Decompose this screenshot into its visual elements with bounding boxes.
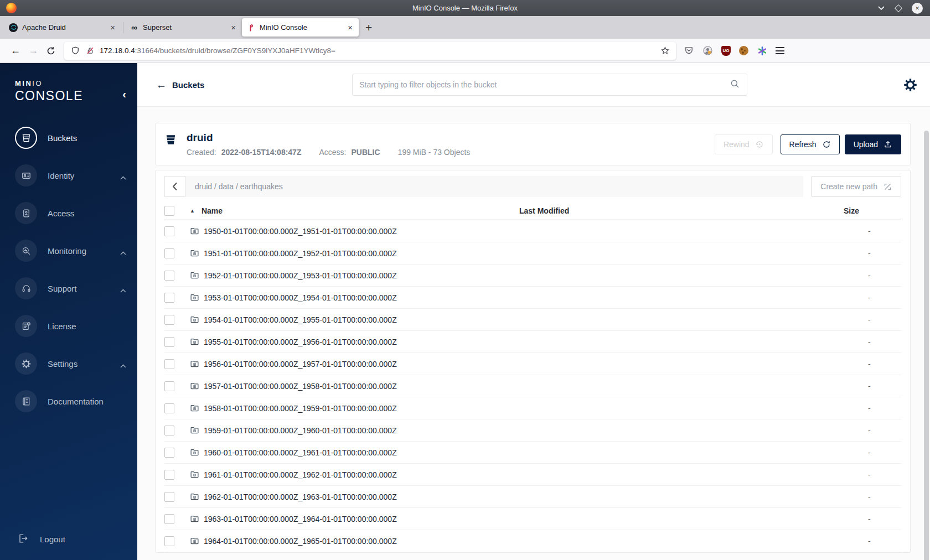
back-button[interactable]: ←	[7, 42, 24, 60]
insecure-lock-icon[interactable]	[85, 45, 95, 56]
tracking-shield-icon[interactable]	[70, 45, 80, 56]
maximize-icon[interactable]	[895, 4, 902, 12]
row-checkbox[interactable]	[164, 536, 174, 546]
tab-apache-druid[interactable]: Apache Druid ×	[4, 18, 121, 37]
chevron-up-icon[interactable]	[120, 247, 126, 257]
table-row[interactable]: 1954-01-01T00:00:00.000Z_1955-01-01T00:0…	[164, 309, 901, 331]
column-last-modified[interactable]: Last Modified	[519, 206, 829, 215]
firefox-icon	[6, 3, 17, 13]
tab-close-icon[interactable]: ×	[346, 23, 354, 32]
row-checkbox[interactable]	[164, 448, 174, 458]
tab-minio-console[interactable]: MinIO Console ×	[242, 18, 359, 37]
select-all-checkbox[interactable]	[164, 206, 174, 216]
table-row[interactable]: 1959-01-01T00:00:00.000Z_1960-01-01T00:0…	[164, 419, 901, 442]
sidebar-item-identity[interactable]: Identity	[0, 164, 137, 186]
table-row[interactable]: 1951-01-01T00:00:00.000Z_1952-01-01T00:0…	[164, 242, 901, 265]
object-name: 1959-01-01T00:00:00.000Z_1960-01-01T00:0…	[204, 426, 397, 435]
extension-asterisk-icon[interactable]	[757, 45, 767, 56]
close-window-icon[interactable]: ×	[912, 3, 923, 14]
folder-icon	[190, 271, 199, 280]
column-size[interactable]: Size	[844, 206, 859, 215]
row-checkbox[interactable]	[164, 470, 174, 480]
sort-asc-icon[interactable]: ▲	[190, 208, 195, 214]
column-name[interactable]: Name	[202, 206, 223, 215]
sidebar-item-settings[interactable]: Settings	[0, 352, 137, 375]
object-name: 1963-01-01T00:00:00.000Z_1964-01-01T00:0…	[204, 515, 397, 523]
pocket-icon[interactable]	[684, 45, 694, 56]
object-name: 1957-01-01T00:00:00.000Z_1958-01-01T00:0…	[204, 382, 397, 391]
logout-icon	[17, 533, 28, 546]
row-checkbox[interactable]	[164, 514, 174, 524]
tab-superset[interactable]: ∞ Superset ×	[125, 18, 242, 37]
cookie-icon[interactable]	[739, 46, 748, 55]
tab-separator	[123, 22, 123, 33]
folder-icon	[190, 514, 199, 523]
sidebar-item-buckets[interactable]: Buckets	[0, 127, 137, 149]
create-new-path-button[interactable]: Create new path	[811, 176, 901, 197]
refresh-button[interactable]: Refresh	[781, 134, 840, 154]
object-name: 1955-01-01T00:00:00.000Z_1956-01-01T00:0…	[204, 338, 397, 346]
filter-objects-search[interactable]	[352, 74, 747, 96]
table-row[interactable]: 1953-01-01T00:00:00.000Z_1954-01-01T00:0…	[164, 287, 901, 309]
bucket-meta: Created: 2022-08-15T14:08:47Z Access: PU…	[187, 148, 470, 157]
back-to-buckets-link[interactable]: ← Buckets	[156, 80, 204, 90]
chevron-up-icon[interactable]	[120, 172, 126, 182]
sidebar-item-label: Identity	[48, 171, 74, 180]
sidebar-item-documentation[interactable]: Documentation	[0, 390, 137, 412]
menu-icon[interactable]	[776, 47, 784, 54]
tab-close-icon[interactable]: ×	[108, 23, 117, 32]
sidebar-item-label: Buckets	[48, 133, 77, 143]
path-back-button[interactable]	[164, 176, 185, 197]
sidebar-item-access[interactable]: Access	[0, 202, 137, 224]
row-checkbox[interactable]	[164, 337, 174, 347]
tab-label: Superset	[143, 23, 229, 32]
url-bar[interactable]: 172.18.0.4:31664/buckets/druid/browse/ZG…	[64, 42, 676, 60]
table-row[interactable]: 1963-01-01T00:00:00.000Z_1964-01-01T00:0…	[164, 508, 901, 530]
chevron-up-icon[interactable]	[120, 285, 126, 294]
row-checkbox[interactable]	[164, 293, 174, 303]
table-header: ▲ Name Last Modified Size	[164, 201, 901, 220]
table-row[interactable]: 1952-01-01T00:00:00.000Z_1953-01-01T00:0…	[164, 265, 901, 287]
sidebar-collapse-icon[interactable]: ‹	[122, 89, 126, 100]
table-row[interactable]: 1955-01-01T00:00:00.000Z_1956-01-01T00:0…	[164, 331, 901, 353]
object-size: -	[868, 448, 871, 457]
tab-label: Apache Druid	[22, 23, 108, 32]
tab-close-icon[interactable]: ×	[229, 23, 237, 32]
table-row[interactable]: 1958-01-01T00:00:00.000Z_1959-01-01T00:0…	[164, 397, 901, 419]
reload-button[interactable]	[42, 42, 60, 60]
table-row[interactable]: 1957-01-01T00:00:00.000Z_1958-01-01T00:0…	[164, 375, 901, 397]
minio-favicon	[246, 23, 255, 32]
minimize-icon[interactable]	[877, 6, 885, 11]
row-checkbox[interactable]	[164, 426, 174, 435]
row-checkbox[interactable]	[164, 226, 174, 236]
account-containers-icon[interactable]	[702, 45, 713, 56]
chevron-up-icon[interactable]	[120, 360, 126, 370]
sidebar-item-license[interactable]: License	[0, 315, 137, 337]
breadcrumb[interactable]: druid / data / earthquakes	[185, 176, 803, 197]
folder-icon	[190, 536, 199, 546]
row-checkbox[interactable]	[164, 248, 174, 258]
vertical-scrollbar[interactable]	[924, 131, 929, 560]
row-checkbox[interactable]	[164, 271, 174, 281]
row-checkbox[interactable]	[164, 315, 174, 325]
object-size: -	[868, 315, 871, 324]
sidebar-item-monitoring[interactable]: Monitoring	[0, 240, 137, 262]
sidebar-item-support[interactable]: Support	[0, 277, 137, 299]
row-checkbox[interactable]	[164, 492, 174, 502]
bookmark-star-icon[interactable]	[660, 45, 670, 56]
search-input[interactable]	[359, 80, 730, 89]
table-row[interactable]: 1964-01-01T00:00:00.000Z_1965-01-01T00:0…	[164, 530, 901, 552]
row-checkbox[interactable]	[164, 381, 174, 391]
row-checkbox[interactable]	[164, 359, 174, 369]
ublock-origin-icon[interactable]: UO	[721, 46, 731, 56]
row-checkbox[interactable]	[164, 403, 174, 413]
table-row[interactable]: 1956-01-01T00:00:00.000Z_1957-01-01T00:0…	[164, 353, 901, 375]
table-row[interactable]: 1962-01-01T00:00:00.000Z_1963-01-01T00:0…	[164, 486, 901, 508]
upload-button[interactable]: Upload	[845, 134, 901, 154]
sidebar-item-logout[interactable]: Logout	[0, 533, 137, 546]
table-row[interactable]: 1961-01-01T00:00:00.000Z_1962-01-01T00:0…	[164, 464, 901, 486]
table-row[interactable]: 1960-01-01T00:00:00.000Z_1961-01-01T00:0…	[164, 442, 901, 464]
table-row[interactable]: 1950-01-01T00:00:00.000Z_1951-01-01T00:0…	[164, 220, 901, 242]
new-tab-button[interactable]: +	[365, 21, 372, 34]
settings-gear-icon[interactable]	[903, 77, 918, 92]
